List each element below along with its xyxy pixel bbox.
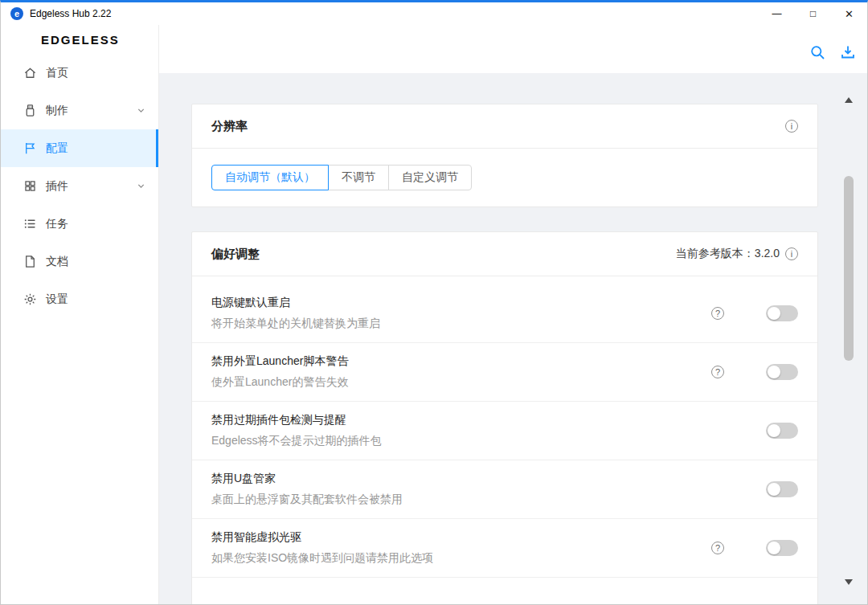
resolution-card: 分辨率 i 自动调节（默认） 不调节 自定义调节 [191,104,818,207]
sidebar-item-label: 设置 [46,292,68,307]
info-circle-icon[interactable]: i [785,247,798,260]
pref-title: 电源键默认重启 [211,296,711,310]
preferences-card-header: 偏好调整 当前参考版本：3.2.0 i [192,232,817,276]
sidebar-item-home[interactable]: 首页 [1,54,158,92]
pref-subtitle: 使外置Launcher的警告失效 [211,375,711,390]
appstore-icon [23,179,37,193]
pref-toggle[interactable] [766,364,798,380]
resolution-option-custom[interactable]: 自定义调节 [388,165,472,190]
info-circle-icon[interactable]: i [785,120,798,133]
resolution-option-group: 自动调节（默认） 不调节 自定义调节 [211,165,798,190]
resolution-card-header: 分辨率 i [192,104,817,149]
reference-version-label: 当前参考版本：3.2.0 [676,247,780,261]
maximize-button[interactable]: □ [795,2,831,25]
sidebar-item-config[interactable]: 配置 [1,129,158,167]
pref-title: 禁用过期插件包检测与提醒 [211,413,766,427]
toggle-knob [768,307,780,320]
pref-toggle[interactable] [766,305,798,321]
sidebar-item-label: 制作 [46,104,68,118]
titlebar: e Edgeless Hub 2.22 — □ ✕ [1,2,867,25]
chevron-down-icon[interactable] [137,182,145,190]
app-logo-icon: e [10,7,23,20]
sidebar-item-label: 首页 [46,66,68,80]
pref-subtitle: 如果您安装ISO镜像时遇到问题请禁用此选项 [211,551,711,566]
help-circle-icon[interactable]: ? [711,307,724,320]
pref-row-usb-manager: 禁用U盘管家 桌面上的悬浮窗及其配套软件会被禁用 ? [192,460,817,519]
document-icon [23,255,37,268]
search-icon[interactable] [809,44,825,60]
help-circle-icon[interactable]: ? [711,366,724,378]
pref-subtitle: 将开始菜单处的关机键替换为重启 [211,317,711,331]
main-area: 分辨率 i 自动调节（默认） 不调节 自定义调节 [159,25,867,604]
download-icon[interactable] [840,44,856,60]
pref-subtitle: 桌面上的悬浮窗及其配套软件会被禁用 [211,493,766,507]
edgeless-logo: EDGELESS [1,25,158,54]
resolution-option-auto[interactable]: 自动调节（默认） [211,165,329,190]
home-icon [23,66,37,80]
pref-toggle[interactable] [766,423,798,439]
vertical-scrollbar[interactable] [843,97,854,585]
sidebar-item-docs[interactable]: 文档 [1,243,158,280]
scroll-down-icon[interactable] [845,579,853,585]
scroll-up-icon[interactable] [845,97,853,103]
sidebar-item-settings[interactable]: 设置 [1,280,158,318]
sidebar-item-plugins[interactable]: 插件 [1,167,158,205]
sidebar-item-label: 文档 [46,255,68,269]
resolution-card-title: 分辨率 [211,119,248,134]
pref-row-power-restart: 电源键默认重启 将开始菜单处的关机键替换为重启 ? [192,276,817,343]
pref-row-expired-plugins: 禁用过期插件包检测与提醒 Edgeless将不会提示过期的插件包 ? [192,402,817,460]
sidebar-item-label: 配置 [46,141,68,156]
pref-title: 禁用智能虚拟光驱 [211,530,711,545]
preferences-card-body: 电源键默认重启 将开始菜单处的关机键替换为重启 ? 禁用外置Launcher脚本… [192,276,817,604]
app-body: EDGELESS 首页 制作 [1,25,867,604]
sidebar-item-label: 插件 [46,179,68,194]
minimize-button[interactable]: — [759,2,795,25]
topbar [159,25,867,73]
preferences-card: 偏好调整 当前参考版本：3.2.0 i 电源键默认重启 将开始菜单处的关机键替换… [191,231,818,604]
window-controls: — □ ✕ [759,2,867,25]
task-list-icon [23,217,37,231]
sidebar: EDGELESS 首页 制作 [1,25,159,604]
resolution-option-none[interactable]: 不调节 [328,165,389,190]
pref-subtitle: Edgeless将不会提示过期的插件包 [211,434,766,448]
gear-icon [23,292,37,306]
chevron-down-icon[interactable] [137,106,145,115]
window-title: Edgeless Hub 2.22 [30,8,111,19]
toggle-knob [768,542,780,554]
resolution-card-body: 自动调节（默认） 不调节 自定义调节 [192,149,817,206]
content-area: 分辨率 i 自动调节（默认） 不调节 自定义调节 [159,73,867,604]
pref-toggle[interactable] [766,540,798,556]
pref-row-launcher-warning: 禁用外置Launcher脚本警告 使外置Launcher的警告失效 ? [192,343,817,402]
close-button[interactable]: ✕ [831,2,867,25]
pref-title: 禁用U盘管家 [211,472,766,486]
pref-row-virtual-drive: 禁用智能虚拟光驱 如果您安装ISO镜像时遇到问题请禁用此选项 ? [192,519,817,578]
flag-icon [23,141,37,155]
sidebar-nav: 首页 制作 配置 [1,54,158,318]
toggle-knob [768,366,780,378]
sidebar-item-tasks[interactable]: 任务 [1,205,158,243]
sidebar-item-label: 任务 [46,217,68,231]
build-icon [23,104,37,117]
app-window: e Edgeless Hub 2.22 — □ ✕ EDGELESS 首页 [0,0,868,605]
preferences-card-title: 偏好调整 [211,247,260,262]
toggle-knob [768,483,780,496]
toggle-knob [768,424,780,437]
sidebar-item-make[interactable]: 制作 [1,92,158,129]
scrollbar-thumb[interactable] [844,176,854,361]
pref-title: 禁用外置Launcher脚本警告 [211,354,711,369]
pref-toggle[interactable] [766,481,798,497]
help-circle-icon[interactable]: ? [711,542,724,554]
